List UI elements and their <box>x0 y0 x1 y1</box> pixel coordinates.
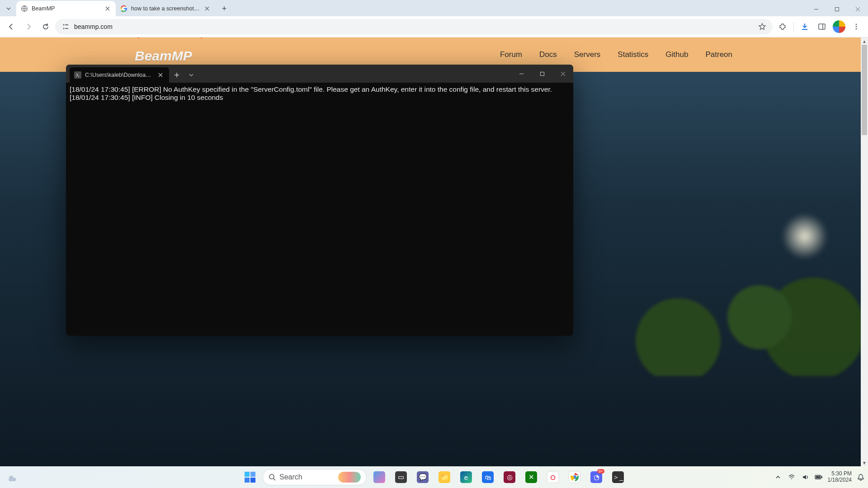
battery-icon[interactable] <box>814 473 823 482</box>
clock-time: 5:30 PM <box>828 471 852 477</box>
taskbar-center: Search ▭ 💬 📁 e 🛍 ◎ ✕ O ◔9+ ＞_ <box>241 468 627 486</box>
downloads-icon[interactable] <box>797 19 813 34</box>
search-placeholder: Search <box>279 473 302 481</box>
side-panel-icon[interactable] <box>814 19 830 34</box>
svg-point-9 <box>856 26 857 28</box>
tab-title: how to take a screenshot on u… <box>131 5 200 12</box>
close-icon[interactable] <box>104 5 111 12</box>
page-background-foliage <box>597 258 868 376</box>
svg-rect-17 <box>816 476 820 479</box>
terminal-tab-strip: C:\Users\kaleb\Downloads\Be <box>66 65 573 83</box>
wifi-icon[interactable] <box>787 473 796 482</box>
close-icon[interactable] <box>203 5 211 12</box>
terminal-icon <box>74 71 81 79</box>
back-button[interactable] <box>4 19 19 34</box>
toolbar-actions <box>774 19 864 34</box>
search-icon <box>269 474 276 481</box>
reload-button[interactable] <box>38 19 53 34</box>
svg-rect-5 <box>65 24 68 25</box>
edge-icon[interactable]: e <box>457 468 475 486</box>
browser-window-controls <box>806 2 868 16</box>
search-doodle <box>338 472 361 483</box>
terminal-new-tab-button[interactable] <box>169 67 184 83</box>
volume-icon[interactable] <box>801 473 810 482</box>
weather-widget[interactable] <box>2 467 22 487</box>
chat-icon[interactable]: 💬 <box>414 468 432 486</box>
task-view-icon[interactable]: ▭ <box>392 468 410 486</box>
maximize-button[interactable] <box>826 2 847 16</box>
terminal-window-controls <box>511 65 573 83</box>
tray-overflow-icon[interactable] <box>774 473 783 482</box>
start-button[interactable] <box>241 468 259 486</box>
terminal-taskbar-icon[interactable]: ＞_ <box>609 468 627 486</box>
terminal-line: [18/01/24 17:30:45] [ERROR] No AuthKey s… <box>70 85 552 93</box>
close-icon[interactable] <box>156 71 165 79</box>
app-icon-1[interactable]: ◎ <box>500 468 519 486</box>
svg-point-8 <box>856 24 857 25</box>
svg-point-10 <box>856 28 857 30</box>
bookmark-icon[interactable] <box>758 23 766 31</box>
chrome-icon[interactable] <box>566 468 584 486</box>
kebab-menu-icon[interactable] <box>848 19 864 34</box>
svg-rect-6 <box>65 28 68 29</box>
close-button[interactable] <box>847 2 868 16</box>
discord-icon[interactable]: ◔9+ <box>587 468 605 486</box>
google-icon <box>120 5 127 12</box>
beammp-logo[interactable]: BeamMP <box>127 41 217 68</box>
svg-rect-11 <box>540 72 544 75</box>
forward-button[interactable] <box>21 19 36 34</box>
minimize-button[interactable] <box>511 65 532 83</box>
svg-rect-16 <box>821 476 822 478</box>
site-info-icon[interactable] <box>61 23 70 31</box>
url-text: beammp.com <box>74 23 113 30</box>
terminal-tab-title: C:\Users\kaleb\Downloads\Be <box>85 72 153 78</box>
browser-toolbar: beammp.com <box>0 16 868 38</box>
opera-icon[interactable]: O <box>544 468 562 486</box>
svg-rect-7 <box>819 24 825 29</box>
file-explorer-icon[interactable]: 📁 <box>435 468 453 486</box>
copilot-icon[interactable] <box>370 468 388 486</box>
svg-rect-2 <box>835 7 839 11</box>
notifications-icon[interactable] <box>856 473 865 482</box>
browser-tab-google[interactable]: how to take a screenshot on u… <box>116 1 215 16</box>
nav-statistics[interactable]: Statistics <box>618 50 648 59</box>
new-tab-button[interactable]: + <box>218 2 231 15</box>
svg-point-4 <box>63 28 65 29</box>
clock-date: 1/18/2024 <box>828 477 852 483</box>
nav-forum[interactable]: Forum <box>500 50 522 59</box>
extensions-icon[interactable] <box>774 19 791 34</box>
divider <box>793 22 794 32</box>
terminal-window: C:\Users\kaleb\Downloads\Be [18/01/24 17… <box>66 65 573 336</box>
scroll-down-icon[interactable]: ▼ <box>861 459 868 466</box>
xbox-icon[interactable]: ✕ <box>522 468 540 486</box>
page-viewport: BeamMP Forum Docs Servers Statistics Git… <box>0 38 868 466</box>
address-bar[interactable]: beammp.com <box>55 19 773 34</box>
nav-docs[interactable]: Docs <box>539 50 557 59</box>
svg-point-12 <box>269 474 274 479</box>
globe-icon <box>21 5 28 12</box>
system-tray: 5:30 PM 1/18/2024 <box>774 471 865 483</box>
terminal-tab-dropdown[interactable] <box>184 67 198 83</box>
nav-github[interactable]: Github <box>665 50 688 59</box>
page-scrollbar[interactable]: ▲ ▼ <box>861 38 868 466</box>
tab-search-dropdown[interactable] <box>3 3 14 14</box>
maximize-button[interactable] <box>532 65 552 83</box>
scrollbar-thumb[interactable] <box>862 45 867 135</box>
store-icon[interactable]: 🛍 <box>479 468 497 486</box>
profile-avatar[interactable] <box>831 19 847 34</box>
scroll-up-icon[interactable]: ▲ <box>861 38 868 45</box>
taskbar-search[interactable]: Search <box>263 469 367 485</box>
taskbar-clock[interactable]: 5:30 PM 1/18/2024 <box>828 471 852 483</box>
terminal-line: [18/01/24 17:30:45] [INFO] Closing in 10… <box>70 94 223 101</box>
terminal-tab[interactable]: C:\Users\kaleb\Downloads\Be <box>70 67 169 83</box>
nav-servers[interactable]: Servers <box>574 50 601 59</box>
minimize-button[interactable] <box>806 2 826 16</box>
site-nav: Forum Docs Servers Statistics Github Pat… <box>500 50 732 59</box>
terminal-output[interactable]: [18/01/24 17:30:45] [ERROR] No AuthKey s… <box>66 83 573 105</box>
logo-text: BeamMP <box>135 48 192 64</box>
nav-patreon[interactable]: Patreon <box>705 50 732 59</box>
browser-tab-strip: BeamMP how to take a screenshot on u… + <box>0 0 868 16</box>
windows-taskbar: Search ▭ 💬 📁 e 🛍 ◎ ✕ O ◔9+ ＞_ 5:30 PM 1/… <box>0 466 868 488</box>
browser-tab-beammp[interactable]: BeamMP <box>16 1 116 16</box>
close-button[interactable] <box>552 65 573 83</box>
